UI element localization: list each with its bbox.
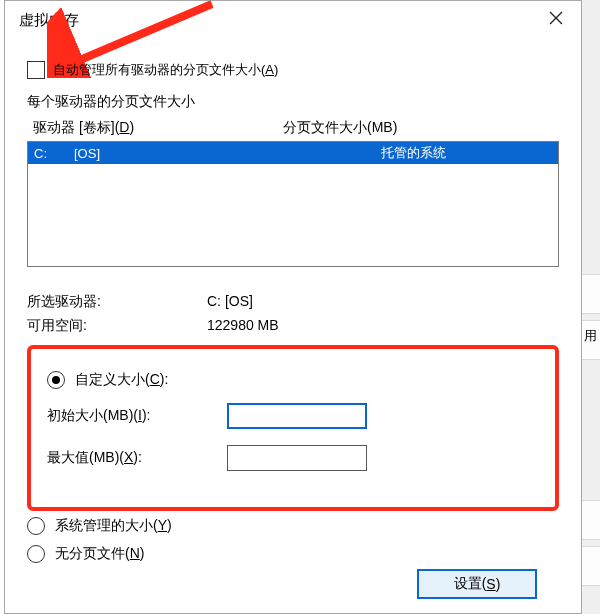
custom-size-label: 自定义大小(C):	[75, 371, 168, 389]
selected-drive-label: 所选驱动器:	[27, 293, 207, 311]
button-row: 设置(S)	[417, 569, 537, 599]
initial-size-label: 初始大小(MB)(I):	[47, 407, 227, 425]
title-bar: 虚拟内存	[5, 1, 581, 41]
background-button-fragment	[582, 274, 600, 314]
free-space-label: 可用空间:	[27, 317, 207, 335]
custom-size-radio[interactable]	[47, 371, 65, 389]
background-button-fragment: 用	[582, 320, 600, 360]
background-label: 用	[584, 327, 597, 345]
system-managed-radio[interactable]	[27, 517, 45, 535]
no-pagefile-radio[interactable]	[27, 545, 45, 563]
no-pagefile-label: 无分页文件(N)	[55, 545, 144, 563]
drive-list-item[interactable]: C: [OS] 托管的系统	[28, 142, 558, 164]
window-frame: 用 虚拟内存 自动管理所有驱动器的分页文件大小(A) 每个驱动器的分页文件大小	[0, 0, 600, 614]
radio-dot-icon	[52, 376, 60, 384]
initial-size-input[interactable]	[227, 403, 367, 429]
drive-letter: C:	[34, 146, 74, 161]
system-managed-label: 系统管理的大小(Y)	[55, 517, 172, 535]
auto-manage-checkbox[interactable]	[27, 61, 45, 79]
drive-listbox[interactable]: C: [OS] 托管的系统	[27, 141, 559, 267]
maximum-size-input[interactable]	[227, 445, 367, 471]
auto-manage-row[interactable]: 自动管理所有驱动器的分页文件大小(A)	[27, 61, 559, 79]
custom-size-highlight-box: 自定义大小(C): 初始大小(MB)(I): 最大值(MB)(X):	[27, 345, 559, 511]
virtual-memory-dialog: 虚拟内存 自动管理所有驱动器的分页文件大小(A) 每个驱动器的分页文件大小 驱动…	[4, 0, 582, 614]
auto-manage-label: 自动管理所有驱动器的分页文件大小(A)	[53, 61, 278, 79]
maximum-size-row: 最大值(MB)(X):	[47, 445, 539, 471]
drive-info: 所选驱动器: C: [OS] 可用空间: 122980 MB	[27, 293, 559, 335]
free-space-value: 122980 MB	[207, 317, 559, 335]
selected-drive-value: C: [OS]	[207, 293, 559, 311]
set-button[interactable]: 设置(S)	[417, 569, 537, 599]
drive-volume-label: [OS]	[74, 146, 274, 161]
maximum-size-label: 最大值(MB)(X):	[47, 449, 227, 467]
initial-size-row: 初始大小(MB)(I):	[47, 403, 539, 429]
background-window-strip: 用	[581, 0, 600, 614]
system-managed-radio-row[interactable]: 系统管理的大小(Y)	[27, 517, 559, 535]
close-icon	[549, 11, 563, 25]
custom-size-radio-row[interactable]: 自定义大小(C):	[47, 371, 539, 389]
background-button-fragment	[582, 546, 600, 586]
no-pagefile-radio-row[interactable]: 无分页文件(N)	[27, 545, 559, 563]
window-title: 虚拟内存	[19, 11, 79, 30]
drive-list-header: 驱动器 [卷标](D) 分页文件大小(MB)	[27, 117, 559, 141]
close-button[interactable]	[531, 1, 581, 35]
drive-pagefile-status: 托管的系统	[274, 144, 552, 162]
other-options: 系统管理的大小(Y) 无分页文件(N)	[27, 517, 559, 563]
background-button-fragment	[582, 500, 600, 540]
per-drive-section-title: 每个驱动器的分页文件大小	[27, 93, 559, 111]
pagefile-column-header: 分页文件大小(MB)	[283, 119, 553, 137]
drive-column-header: 驱动器 [卷标](D)	[33, 119, 283, 137]
